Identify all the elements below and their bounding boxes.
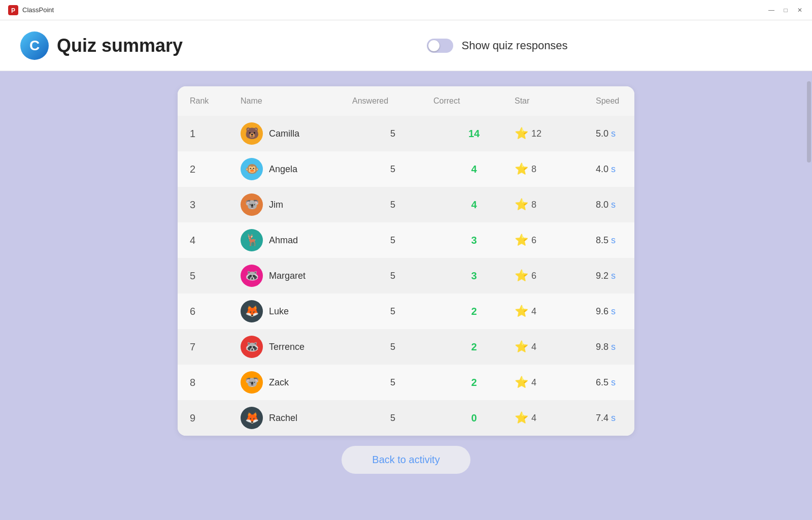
student-name: Luke [269, 306, 289, 317]
student-name: Terrence [269, 342, 304, 352]
app-name: ClassPoint [22, 6, 54, 14]
star-cell: ⭐ 8 [515, 198, 596, 211]
star-count: 6 [531, 271, 536, 281]
star-cell: ⭐ 4 [515, 305, 596, 318]
avatar: 🦌 [241, 229, 263, 251]
minimize-button[interactable]: — [767, 6, 775, 14]
avatar: 🦝 [241, 265, 263, 287]
correct-cell: 2 [433, 306, 515, 317]
scrollbar-thumb [807, 81, 811, 162]
main-content: Rank Name Answered Correct Star Speed 1 … [0, 71, 812, 520]
student-name: Angela [269, 164, 297, 175]
avatar: 🐻 [241, 122, 263, 145]
name-cell: 🐨 Jim [241, 193, 352, 216]
correct-cell: 14 [433, 128, 515, 140]
logo-circle: C [20, 31, 49, 60]
star-cell: ⭐ 4 [515, 411, 596, 425]
back-btn-container: Back to activity [342, 446, 470, 474]
table-row: 1 🐻 Camilla 5 14 ⭐ 12 5.0 s [178, 116, 634, 151]
star-count: 4 [531, 377, 536, 388]
header: C Quiz summary Show quiz responses [0, 20, 812, 71]
star-count: 8 [531, 164, 536, 175]
answered-cell: 5 [352, 235, 433, 246]
student-name: Jim [269, 200, 283, 210]
star-icon: ⭐ [515, 234, 528, 247]
star-icon: ⭐ [515, 198, 528, 211]
col-rank: Rank [190, 96, 241, 106]
speed-cell: 4.0 s [596, 164, 634, 175]
speed-unit: s [608, 200, 616, 210]
back-to-activity-button[interactable]: Back to activity [342, 446, 470, 474]
answered-cell: 5 [352, 413, 433, 424]
speed-unit: s [608, 413, 616, 423]
rank-cell: 5 [190, 270, 241, 282]
avatar: 🦊 [241, 407, 263, 429]
student-name: Zack [269, 377, 289, 388]
speed-unit: s [608, 271, 616, 281]
star-icon: ⭐ [515, 340, 528, 353]
speed-unit: s [608, 128, 616, 139]
title-bar-left: P ClassPoint [8, 5, 54, 15]
rank-cell: 8 [190, 377, 241, 388]
star-cell: ⭐ 4 [515, 340, 596, 353]
table-row: 3 🐨 Jim 5 4 ⭐ 8 8.0 s [178, 187, 634, 222]
title-bar: P ClassPoint — □ ✕ [0, 0, 812, 20]
avatar: 🦝 [241, 336, 263, 358]
name-cell: 🐻 Camilla [241, 122, 352, 145]
name-cell: 🦝 Margaret [241, 265, 352, 287]
table-row: 7 🦝 Terrence 5 2 ⭐ 4 9.8 s [178, 329, 634, 365]
correct-cell: 0 [433, 412, 515, 424]
name-cell: 🦊 Rachel [241, 407, 352, 429]
star-count: 4 [531, 306, 536, 317]
speed-cell: 9.6 s [596, 306, 634, 317]
speed-unit: s [608, 306, 616, 316]
speed-cell: 9.2 s [596, 271, 634, 281]
star-count: 6 [531, 235, 536, 246]
correct-cell: 2 [433, 377, 515, 388]
name-cell: 🦊 Luke [241, 300, 352, 322]
show-responses-toggle[interactable] [427, 39, 453, 53]
star-cell: ⭐ 12 [515, 127, 596, 140]
avatar: 🐨 [241, 193, 263, 216]
svg-text:P: P [11, 7, 15, 14]
star-icon: ⭐ [515, 127, 528, 140]
name-cell: 🐨 Zack [241, 371, 352, 394]
avatar: 🐨 [241, 371, 263, 394]
student-name: Ahmad [269, 235, 298, 246]
name-cell: 🐵 Angela [241, 158, 352, 180]
correct-cell: 4 [433, 199, 515, 211]
star-cell: ⭐ 4 [515, 376, 596, 389]
answered-cell: 5 [352, 200, 433, 210]
correct-cell: 3 [433, 235, 515, 246]
rank-cell: 6 [190, 306, 241, 317]
col-speed: Speed [596, 96, 634, 106]
answered-cell: 5 [352, 306, 433, 317]
star-count: 8 [531, 200, 536, 210]
close-button[interactable]: ✕ [796, 6, 804, 14]
star-cell: ⭐ 6 [515, 234, 596, 247]
table-row: 9 🦊 Rachel 5 0 ⭐ 4 7.4 s [178, 400, 634, 436]
correct-cell: 2 [433, 341, 515, 353]
speed-cell: 6.5 s [596, 377, 634, 388]
star-count: 4 [531, 413, 536, 424]
rank-cell: 3 [190, 199, 241, 211]
star-icon: ⭐ [515, 162, 528, 176]
col-correct: Correct [433, 96, 515, 106]
maximize-button[interactable]: □ [782, 6, 790, 14]
rank-cell: 9 [190, 412, 241, 424]
header-logo: C Quiz summary [20, 31, 183, 60]
app-icon: P [8, 5, 18, 15]
answered-cell: 5 [352, 377, 433, 388]
student-name: Rachel [269, 413, 297, 424]
table-row: 6 🦊 Luke 5 2 ⭐ 4 9.6 s [178, 294, 634, 329]
table-row: 8 🐨 Zack 5 2 ⭐ 4 6.5 s [178, 365, 634, 400]
table-body: 1 🐻 Camilla 5 14 ⭐ 12 5.0 s 2 🐵 Angela 5… [178, 116, 634, 436]
correct-cell: 4 [433, 164, 515, 175]
answered-cell: 5 [352, 164, 433, 175]
leaderboard-table: Rank Name Answered Correct Star Speed 1 … [178, 86, 634, 436]
page-title: Quiz summary [57, 35, 183, 56]
scrollbar-track[interactable] [806, 71, 812, 520]
star-cell: ⭐ 8 [515, 162, 596, 176]
name-cell: 🦝 Terrence [241, 336, 352, 358]
speed-unit: s [608, 377, 616, 387]
